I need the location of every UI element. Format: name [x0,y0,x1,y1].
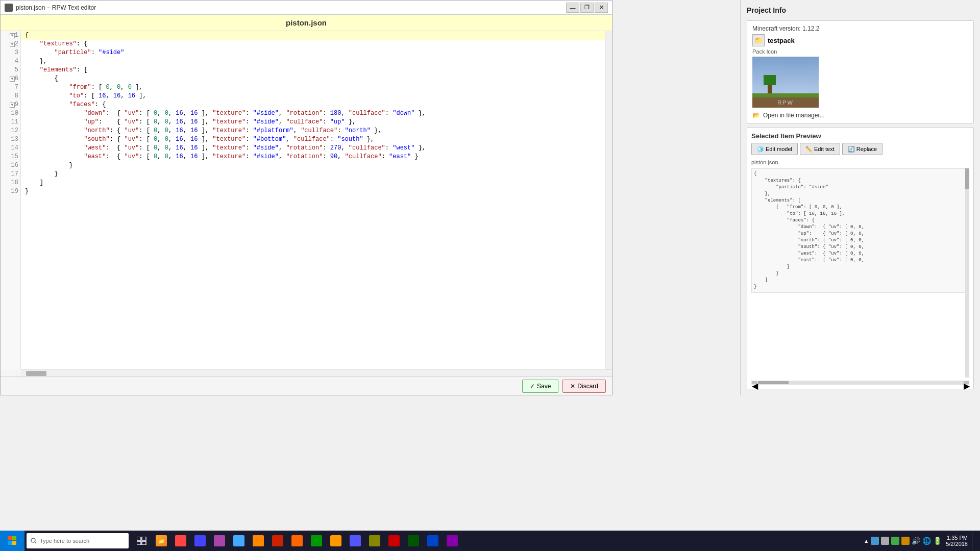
tray-icon-4 [901,537,910,545]
preview-line-6: { "from": [ 0, 0, 0 ], [754,204,963,211]
fold-icon-9[interactable]: ▼ [10,103,15,108]
taskbar-app-10[interactable] [327,532,345,550]
tray-chevron[interactable]: ▲ [864,538,869,544]
date-display: 5/2/2018 [946,541,968,547]
preview-line-13: "west": { "uv": [ 0, 0, [754,251,963,257]
replace-icon: 🔄 [848,146,855,153]
edit-model-button[interactable]: 🧊 Edit model [751,143,798,155]
code-line-12: "north": { "uv": [ 0, 0, 16, 16 ], "text… [21,127,605,135]
file-explorer-icon: 📁 [156,535,167,546]
taskbar-app-2[interactable] [172,532,190,550]
close-button[interactable]: ✕ [595,3,608,13]
titlebar-controls: — ❐ ✕ [566,3,608,13]
preview-scrollbar-thumb [965,168,969,189]
preview-vertical-scrollbar[interactable] [965,168,969,378]
taskbar-app-12[interactable] [365,532,384,550]
clock[interactable]: 1:35 PM 5/2/2018 [946,535,968,547]
taskbar-app-6[interactable] [249,532,267,550]
file-title: piston.json [1,15,612,31]
code-editor[interactable]: { "textures": { "particle": "#side" }, "… [21,31,605,369]
preview-line-11: "north": { "uv": [ 0, 0, [754,237,963,244]
taskbar-search[interactable]: Type here to search [27,533,129,548]
file-explorer-app[interactable]: 📁 [152,532,170,550]
line-num-1: ▼1 [1,31,20,40]
mc-tree-trunk [768,85,772,93]
vertical-scrollbar[interactable] [605,31,612,369]
save-check-icon: ✓ [530,383,535,390]
maximize-button[interactable]: ❐ [580,3,594,13]
svg-rect-8 [137,541,141,545]
mc-sky [752,57,819,93]
taskbar-app-8[interactable] [288,532,306,550]
preview-line-7: "to": [ 16, 16, 16 ], [754,211,963,217]
fold-icon-6[interactable]: ▼ [10,77,15,82]
taskbar-app-3[interactable] [191,532,209,550]
preview-line-1: { [754,171,963,178]
taskbar-app-5[interactable] [230,532,248,550]
line-num-7: 7 [1,83,20,92]
replace-button[interactable]: 🔄 Replace [842,143,883,155]
line-num-14: 14 [1,144,20,153]
taskbar-app-11[interactable] [346,532,364,550]
app-icon-9 [311,535,322,546]
line-num-13: 13 [1,135,20,144]
code-line-13: "south": { "uv": [ 0, 0, 16, 16 ], "text… [21,135,605,144]
app-icon-4 [214,535,225,546]
battery-icon[interactable]: 🔋 [933,537,942,545]
show-desktop-btn[interactable] [972,532,975,550]
start-button[interactable] [0,531,24,551]
pack-folder-icon[interactable]: 📁 [752,34,765,46]
tray-icon-1 [871,537,879,545]
code-line-4: }, [21,57,605,66]
taskbar-app-14[interactable] [404,532,423,550]
minimize-button[interactable]: — [566,3,579,13]
project-info-title: Project Info [747,6,974,14]
time-display: 1:35 PM [947,535,968,541]
edit-text-button[interactable]: ✏️ Edit text [800,143,840,155]
taskbar-app-16[interactable] [443,532,461,550]
editor-area: ▼1 ▼2 3 4 5 ▼6 7 8 ▼9 10 11 12 13 14 15 … [1,31,612,369]
code-line-10: "down": { "uv": [ 0, 0, 16, 16 ], "textu… [21,109,605,118]
taskbar-app-13[interactable] [385,532,403,550]
save-button[interactable]: ✓ Save [522,380,558,393]
mc-tree-leaves [764,75,776,85]
svg-line-5 [35,542,36,543]
code-line-8: "to": [ 16, 16, 16 ], [21,92,605,101]
line-num-9: ▼9 [1,101,20,109]
preview-h-left[interactable]: ◀ [752,381,757,384]
code-line-18: ] [21,179,605,187]
code-line-1: { [21,31,605,40]
taskview-button[interactable] [133,532,151,550]
fold-icon-1[interactable]: ▼ [10,33,15,38]
app-icon-3 [194,535,206,546]
code-line-5: "elements": [ [21,66,605,74]
preview-title: Selected Item Preview [751,132,969,140]
preview-line-15: } [754,264,963,270]
edit-model-icon: 🧊 [757,146,764,153]
code-line-2: "textures": { [21,40,605,48]
taskbar-app-9[interactable] [307,532,326,550]
line-num-12: 12 [1,127,20,135]
taskbar-app-7[interactable] [268,532,287,550]
line-num-10: 10 [1,109,20,118]
horizontal-scrollbar[interactable] [21,369,612,377]
taskbar-app-15[interactable] [424,532,442,550]
selected-item-preview-section: Selected Item Preview 🧊 Edit model ✏️ Ed… [747,128,974,389]
line-num-19: 19 [1,187,20,196]
line-num-11: 11 [1,118,20,127]
app-icon-7 [272,535,283,546]
app-icon-6 [253,535,264,546]
app-icon-11 [350,535,361,546]
discard-button[interactable]: ✕ Discard [562,380,606,393]
network-icon[interactable]: 🌐 [922,537,931,545]
pack-icon-preview: RPW [752,57,819,108]
line-num-5: 5 [1,66,20,74]
pack-row: 📁 testpack [752,34,968,46]
fold-icon-2[interactable]: ▼ [10,42,15,47]
preview-h-right[interactable]: ▶ [964,381,969,384]
open-file-manager-btn[interactable]: 📂 Open in file manager... [752,112,968,119]
taskbar-app-4[interactable] [210,532,229,550]
speaker-icon[interactable]: 🔊 [912,537,920,545]
preview-filename: piston.json [751,159,969,165]
preview-horizontal-scrollbar[interactable]: ◀ ▶ [751,381,969,385]
